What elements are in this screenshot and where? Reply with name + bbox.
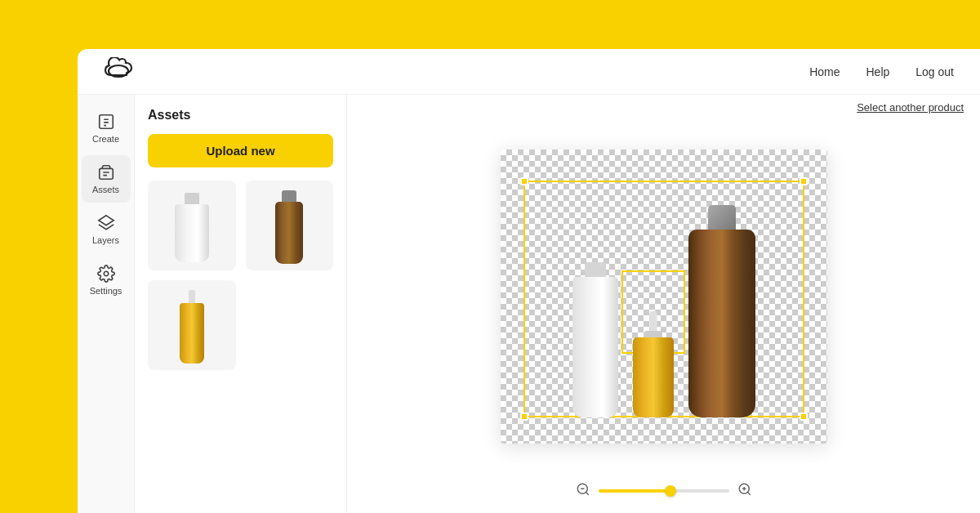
assets-icon [97, 163, 115, 181]
canvas-products [501, 149, 827, 444]
assets-panel-title: Assets [148, 108, 333, 123]
canvas-toolbar: Select another product [347, 95, 980, 120]
sidebar-item-layers[interactable]: Layers [82, 206, 131, 253]
asset-item-wood-bottle[interactable] [246, 181, 334, 270]
sidebar-item-create[interactable]: Create [82, 105, 131, 152]
nav-home[interactable]: Home [809, 65, 840, 78]
zoom-slider-track[interactable] [599, 489, 729, 493]
upload-new-button[interactable]: Upload new [148, 134, 333, 167]
sidebar-create-label: Create [92, 134, 119, 144]
zoom-slider-thumb[interactable] [665, 485, 676, 497]
svg-marker-3 [98, 216, 113, 225]
zoom-out-icon[interactable] [576, 482, 590, 500]
assets-grid [148, 181, 333, 370]
nav-logout[interactable]: Log out [915, 65, 954, 78]
sidebar-item-settings[interactable]: Settings [82, 256, 131, 304]
settings-icon [97, 265, 115, 283]
svg-line-6 [586, 492, 588, 494]
canvas-area: Select another product [347, 95, 980, 513]
sidebar-settings-label: Settings [90, 286, 122, 296]
svg-point-4 [104, 271, 109, 276]
zoom-bar [347, 472, 980, 513]
asset-item-oil-bottle[interactable] [148, 280, 236, 370]
zoom-slider-fill [599, 489, 670, 493]
sidebar-assets-label: Assets [92, 185, 119, 194]
canvas-checkerboard[interactable] [501, 149, 827, 444]
assets-panel: Assets Upload new [135, 95, 347, 513]
top-nav: Home Help Log out [78, 49, 980, 95]
zoom-in-icon[interactable] [737, 482, 752, 500]
sidebar-layers-label: Layers [92, 235, 119, 245]
layers-icon [97, 214, 115, 232]
nav-help[interactable]: Help [866, 65, 889, 78]
create-icon [97, 113, 115, 131]
main-content: Create Assets Layers [78, 95, 980, 513]
svg-rect-2 [99, 168, 113, 179]
app-container: Home Help Log out Create [78, 49, 980, 513]
sidebar: Create Assets Layers [78, 95, 135, 513]
sidebar-item-assets[interactable]: Assets [82, 155, 131, 203]
svg-line-9 [747, 492, 750, 494]
svg-rect-1 [99, 115, 113, 129]
asset-item-tube[interactable] [148, 181, 236, 270]
select-product-button[interactable]: Select another product [857, 101, 964, 114]
app-logo [104, 57, 133, 86]
nav-links: Home Help Log out [809, 65, 954, 78]
canvas-viewport [347, 120, 980, 472]
